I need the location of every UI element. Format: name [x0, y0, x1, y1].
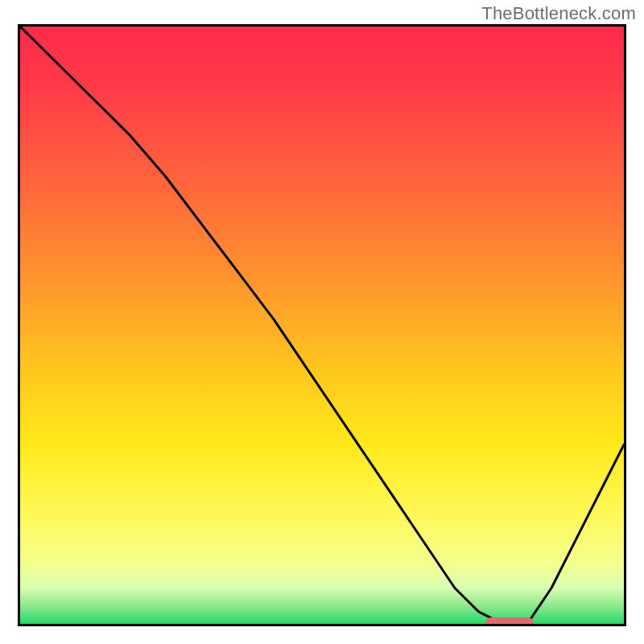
- watermark-text: TheBottleneck.com: [481, 3, 636, 24]
- chart-plot-area: [18, 24, 626, 626]
- optimal-marker: [485, 617, 534, 626]
- curve-path: [20, 27, 624, 624]
- bottleneck-curve: [20, 27, 624, 624]
